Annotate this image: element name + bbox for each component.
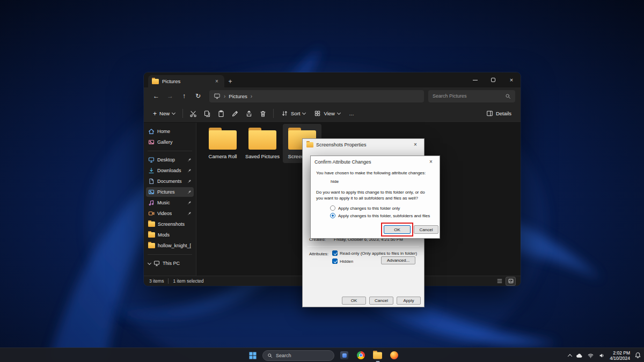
radio-apply-recursive[interactable]: Apply changes to this folder, subfolders… (330, 213, 430, 218)
titlebar[interactable]: Pictures × + × (144, 72, 521, 87)
view-label: View (324, 110, 334, 116)
close-icon[interactable]: × (411, 141, 420, 149)
new-tab-button[interactable]: + (224, 75, 236, 87)
wifi-icon[interactable] (587, 352, 594, 359)
volume-icon[interactable] (598, 352, 605, 359)
sort-label: Sort (291, 110, 300, 116)
maximize-button[interactable] (484, 72, 502, 87)
close-button[interactable]: × (502, 72, 521, 87)
chevron-down-icon (172, 110, 175, 114)
divider (273, 109, 274, 118)
breadcrumb-pictures[interactable]: Pictures (229, 93, 247, 99)
sidebar-item-mods[interactable]: Mods (146, 230, 194, 240)
sidebar-item-downloads[interactable]: Downloads (146, 166, 194, 175)
plus-icon: + (153, 110, 157, 117)
new-button[interactable]: + New (149, 107, 179, 120)
hidden-icons-chevron[interactable] (568, 354, 572, 358)
rename-button[interactable] (229, 107, 241, 120)
details-label: Details (496, 110, 511, 116)
onedrive-cloud-icon[interactable] (576, 353, 583, 358)
details-pane-button[interactable]: Details (482, 107, 515, 120)
chrome-button[interactable] (354, 349, 368, 362)
confirm-dialog-titlebar[interactable]: Confirm Attribute Changes × (311, 156, 440, 167)
details-view-toggle[interactable] (495, 277, 504, 285)
delete-button[interactable] (257, 107, 269, 120)
sidebar-item-documents[interactable]: Documents (146, 176, 194, 186)
gallery-icon (148, 139, 155, 145)
attributes-label: Attributes: (309, 252, 328, 256)
sidebar-item-gallery[interactable]: Gallery (146, 137, 194, 147)
hidden-checkbox[interactable] (332, 258, 338, 264)
selection-count: 1 item selected (173, 278, 203, 284)
chrome-icon (357, 351, 365, 359)
search-box[interactable]: Search Pictures (428, 90, 515, 102)
close-icon[interactable]: × (426, 158, 436, 166)
sort-button[interactable]: Sort (277, 107, 309, 120)
folder-tile-camera-roll[interactable]: Camera Roll (203, 124, 242, 163)
up-button[interactable]: ↑ (177, 90, 191, 102)
sidebar-item-hollow-knight[interactable]: hollow_knight_[ (146, 241, 194, 250)
search-placeholder: Search (276, 353, 291, 358)
sidebar-item-this-pc[interactable]: This PC (146, 258, 194, 268)
file-explorer-button[interactable] (371, 349, 384, 362)
folder-icon (148, 243, 155, 248)
cut-button[interactable] (187, 107, 200, 120)
folder-tile-saved-pictures[interactable]: Saved Pictures (243, 124, 282, 163)
refresh-button[interactable]: ↻ (191, 90, 205, 102)
address-bar[interactable]: › Pictures › (209, 90, 424, 102)
sidebar-item-pictures[interactable]: Pictures (146, 187, 194, 197)
sidebar-item-videos[interactable]: Videos (146, 209, 194, 218)
minimize-button[interactable] (466, 72, 484, 87)
read-only-checkbox[interactable] (332, 250, 338, 256)
tab-close-icon[interactable]: × (213, 78, 221, 85)
paste-button[interactable] (215, 107, 228, 120)
view-icon (314, 110, 321, 117)
forward-button[interactable]: → (163, 90, 177, 102)
properties-cancel-button[interactable]: Cancel (369, 297, 393, 305)
copy-button[interactable] (201, 107, 214, 120)
properties-ok-button[interactable]: OK (342, 297, 366, 305)
this-pc-icon (153, 260, 160, 267)
back-button[interactable]: ← (149, 90, 163, 102)
start-button[interactable] (246, 349, 259, 362)
sidebar-item-desktop[interactable]: Desktop (146, 155, 194, 165)
see-more-button[interactable]: … (345, 107, 358, 120)
navigation-bar: ← → ↑ ↻ › Pictures › Search Pictures (144, 87, 521, 105)
properties-apply-button[interactable]: Apply (397, 297, 421, 305)
divider (148, 254, 192, 255)
clock[interactable]: 2:02 PM 4/10/2024 (610, 350, 630, 361)
sidebar-item-screenshots[interactable]: Screenshots (146, 219, 194, 229)
minimize-icon (473, 80, 478, 80)
rename-icon (231, 110, 239, 117)
notification-bell-icon[interactable] (634, 352, 641, 359)
home-icon (148, 128, 155, 135)
items-count: 3 items (149, 278, 164, 284)
window-controls: × (466, 72, 521, 87)
pinned-app-icon-2[interactable] (387, 349, 401, 362)
attribute-change-value: hide (331, 179, 339, 184)
pinned-app-icon-1[interactable] (338, 349, 351, 362)
properties-dialog-titlebar[interactable]: Screenshots Properties × (303, 139, 424, 150)
sidebar-item-music[interactable]: Music (146, 198, 194, 208)
file-explorer-icon (373, 352, 382, 359)
chevron-down-icon (337, 110, 341, 114)
confirm-question: Do you want to apply this change to this… (316, 189, 432, 201)
taskbar: Search 2:02 PM 4/10/2024 (0, 348, 644, 362)
sidebar-item-home[interactable]: Home (146, 127, 194, 136)
confirm-cancel-button[interactable]: Cancel (414, 225, 438, 234)
sort-icon (281, 110, 288, 117)
share-button[interactable] (243, 107, 255, 120)
radio-apply-folder-only[interactable]: Apply changes to this folder only (330, 205, 400, 211)
navigation-pane: Home Gallery Desktop Downloads (144, 123, 196, 276)
advanced-button[interactable]: Advanced... (381, 256, 415, 264)
view-button[interactable]: View (310, 107, 343, 120)
folder-icon (248, 130, 276, 150)
pin-icon (187, 190, 192, 194)
radio-icon (330, 205, 335, 211)
command-bar: + New (144, 105, 521, 123)
tab-pictures[interactable]: Pictures × (148, 75, 224, 87)
taskbar-search-box[interactable]: Search (262, 350, 334, 361)
read-only-label: Read-only (Only applies to files in fold… (340, 251, 417, 256)
thumbnail-view-toggle[interactable] (506, 277, 515, 285)
breadcrumb-chevron-icon: › (251, 93, 252, 99)
